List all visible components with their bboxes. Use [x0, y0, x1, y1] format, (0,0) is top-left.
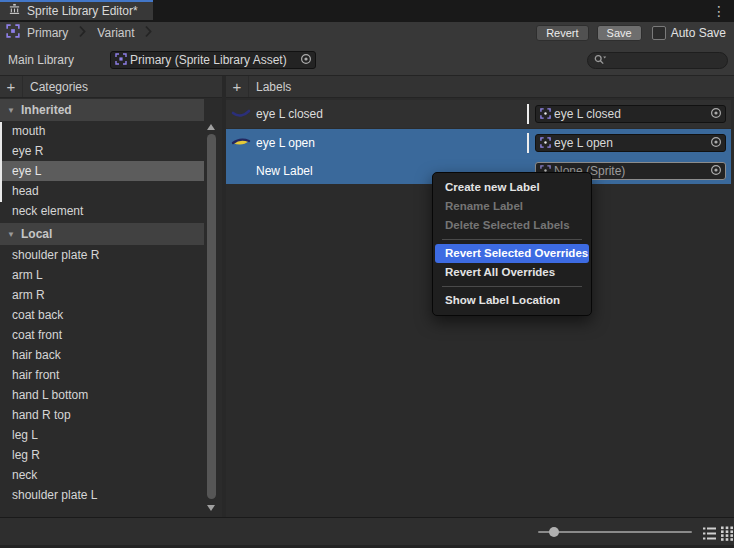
eye-open-sprite-thumbnail	[231, 133, 251, 153]
sprite-library-asset-icon	[115, 51, 127, 69]
labels-header: + Labels	[226, 76, 734, 98]
categories-list: ▼ Inherited mouth eye R eye L head neck …	[0, 98, 222, 517]
menu-item-show-label-location[interactable]: Show Label Location	[435, 291, 589, 310]
sprite-field-value: eye L closed	[554, 107, 707, 121]
category-item-hand-r-top[interactable]: hand R top	[0, 405, 204, 425]
thumbnail-size-slider[interactable]	[538, 531, 692, 533]
group-inherited[interactable]: ▼ Inherited	[0, 99, 204, 121]
main-library-object-field[interactable]: Primary (Sprite Library Asset)	[110, 51, 316, 69]
add-label-button[interactable]: +	[226, 76, 249, 97]
category-item-head[interactable]: head	[0, 181, 204, 201]
save-button[interactable]: Save	[597, 25, 642, 41]
category-item-neck[interactable]: neck	[0, 465, 204, 485]
override-indicator-bar	[527, 104, 529, 124]
object-picker-icon[interactable]	[710, 105, 722, 123]
foldout-triangle-icon: ▼	[7, 230, 19, 239]
object-picker-icon[interactable]	[300, 51, 312, 69]
category-item-shoulder-plate-r[interactable]: shoulder plate R	[0, 245, 204, 265]
bottom-bar	[0, 517, 734, 548]
menu-item-revert-selected-overrides[interactable]: Revert Selected Overrides	[435, 244, 589, 263]
category-item-arm-l[interactable]: arm L	[0, 265, 204, 285]
eye-closed-sprite-thumbnail	[231, 104, 251, 124]
category-item-eye-l[interactable]: eye L	[0, 161, 204, 181]
label-row-eye-l-open[interactable]: eye L open eye L open	[226, 129, 731, 157]
kebab-menu-icon[interactable]: ⋮	[712, 1, 726, 21]
category-item-coat-back[interactable]: coat back	[0, 305, 204, 325]
scroll-up-arrow[interactable]	[207, 124, 215, 130]
sprite-library-editor-icon	[8, 2, 21, 20]
search-input[interactable]	[611, 54, 721, 68]
toolbar: Primary Variant Revert Save Auto Save	[0, 22, 734, 44]
breadcrumb-variant[interactable]: Variant	[90, 26, 141, 40]
category-item-shoulder-plate-l[interactable]: shoulder plate L	[0, 485, 204, 505]
categories-panel: + Categories ▼ Inherited mouth eye R eye…	[0, 76, 222, 517]
label-name: New Label	[256, 157, 313, 185]
search-icon	[594, 52, 607, 70]
category-item-leg-l[interactable]: leg L	[0, 425, 204, 445]
group-local[interactable]: ▼ Local	[0, 223, 204, 245]
menu-separator	[442, 239, 582, 240]
menu-item-delete-selected-labels: Delete Selected Labels	[435, 216, 589, 235]
breadcrumb-primary[interactable]: Primary	[20, 26, 75, 40]
list-view-icon[interactable]	[702, 526, 717, 545]
tab-sprite-library-editor[interactable]: Sprite Library Editor*	[0, 0, 153, 20]
category-item-hair-front[interactable]: hair front	[0, 365, 204, 385]
tab-title: Sprite Library Editor*	[27, 4, 138, 18]
add-category-button[interactable]: +	[0, 76, 23, 97]
menu-separator	[442, 286, 582, 287]
slider-knob[interactable]	[549, 527, 559, 537]
category-item-leg-r[interactable]: leg R	[0, 445, 204, 465]
menu-item-rename-label: Rename Label	[435, 197, 589, 216]
sprite-library-editor-window: Sprite Library Editor* ⋮ Primary Variant…	[0, 0, 734, 548]
main-library-row: Main Library Primary (Sprite Library Ass…	[0, 44, 734, 76]
sprite-field-value: eye L open	[554, 136, 707, 150]
override-indicator-bar	[527, 133, 529, 153]
auto-save-label: Auto Save	[671, 26, 726, 40]
category-item-neck-element[interactable]: neck element	[0, 201, 204, 221]
context-menu: Create new Label Rename Label Delete Sel…	[432, 172, 592, 316]
category-item-hair-back[interactable]: hair back	[0, 345, 204, 365]
scrollbar-thumb[interactable]	[207, 134, 216, 499]
categories-title: Categories	[30, 80, 88, 94]
sprite-library-icon	[6, 24, 20, 42]
main-library-label: Main Library	[8, 53, 74, 67]
label-name: eye L closed	[256, 100, 323, 128]
main-library-value: Primary (Sprite Library Asset)	[130, 53, 297, 67]
sprite-object-field[interactable]: eye L closed	[535, 105, 726, 123]
category-item-hand-l-bottom[interactable]: hand L bottom	[0, 385, 204, 405]
category-item-coat-front[interactable]: coat front	[0, 325, 204, 345]
object-picker-icon[interactable]	[710, 134, 722, 152]
search-box[interactable]	[587, 52, 728, 69]
foldout-triangle-icon: ▼	[7, 106, 19, 115]
menu-item-create-new-label[interactable]: Create new Label	[435, 178, 589, 197]
scroll-down-arrow[interactable]	[207, 505, 215, 511]
category-item-arm-r[interactable]: arm R	[0, 285, 204, 305]
revert-button[interactable]: Revert	[536, 25, 588, 41]
labels-title: Labels	[256, 80, 291, 94]
auto-save-checkbox[interactable]	[652, 26, 666, 40]
override-indicator-bar	[0, 122, 2, 202]
category-item-eye-r[interactable]: eye R	[0, 141, 204, 161]
categories-scrollbar	[205, 121, 218, 514]
sprite-object-field[interactable]: eye L open	[535, 134, 726, 152]
menu-item-revert-all-overrides[interactable]: Revert All Overrides	[435, 263, 589, 282]
tab-strip: Sprite Library Editor* ⋮	[0, 0, 734, 22]
label-name: eye L open	[256, 129, 315, 157]
categories-header: + Categories	[0, 76, 222, 98]
sprite-icon	[540, 134, 551, 152]
sprite-icon	[540, 105, 551, 123]
grid-view-icon[interactable]	[720, 526, 734, 545]
category-item-mouth[interactable]: mouth	[0, 121, 204, 141]
chevron-right-icon	[145, 24, 152, 42]
chevron-right-icon	[79, 24, 86, 42]
object-picker-icon[interactable]	[710, 162, 722, 180]
label-row-eye-l-closed[interactable]: eye L closed eye L closed	[226, 100, 731, 128]
